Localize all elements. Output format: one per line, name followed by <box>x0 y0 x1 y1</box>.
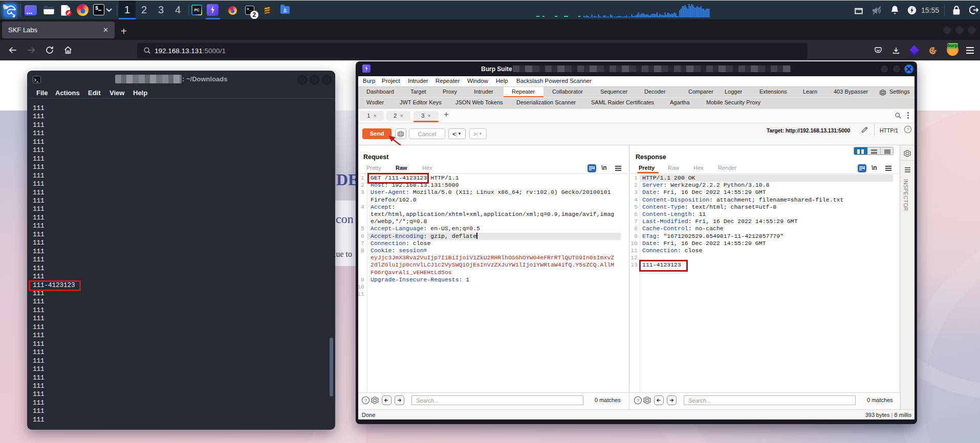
svg-text:?: ? <box>364 398 367 403</box>
svg-text:?: ? <box>906 127 909 132</box>
svg-text:?: ? <box>637 398 639 403</box>
